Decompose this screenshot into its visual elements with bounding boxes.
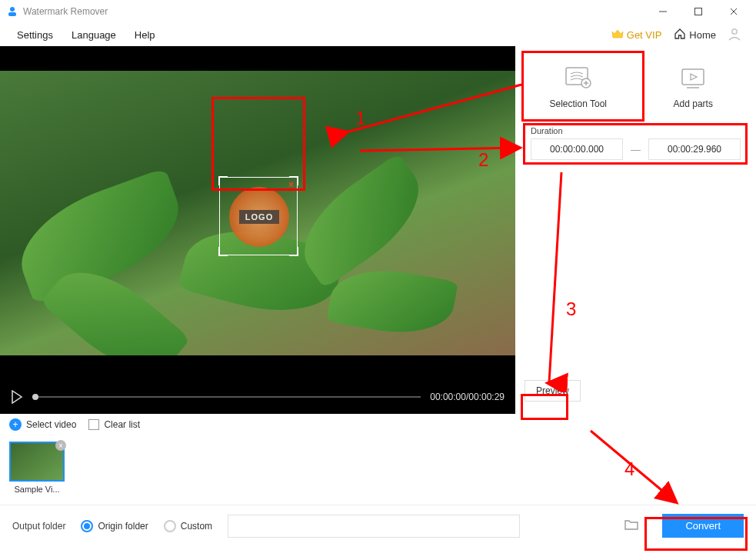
video-top-bar	[0, 46, 515, 71]
home-icon	[674, 28, 686, 42]
svg-rect-3	[695, 8, 702, 15]
profile-button[interactable]	[727, 26, 742, 44]
clear-icon	[88, 419, 99, 430]
crown-icon	[611, 28, 624, 42]
custom-path-input[interactable]	[228, 515, 520, 538]
svg-rect-1	[8, 12, 16, 16]
selection-tool-icon	[561, 65, 595, 91]
clip-item[interactable]: × Sample Vi...	[9, 442, 65, 502]
video-bottom-bar	[0, 355, 515, 380]
watermark-selection[interactable]: × LOGO	[219, 177, 298, 255]
origin-folder-radio[interactable]: Origin folder	[81, 520, 148, 532]
home-label: Home	[689, 29, 716, 41]
plus-icon: +	[9, 418, 22, 431]
timecode: 00:00:00/00:00:29	[430, 392, 505, 402]
window-title: Watermark Remover	[23, 6, 108, 17]
clear-list-button[interactable]: Clear list	[88, 419, 140, 430]
duration-end-input[interactable]: 00:00:29.960	[648, 138, 741, 160]
radio-unchecked-icon	[164, 520, 176, 532]
select-video-label: Select video	[26, 419, 76, 430]
player-controls: 00:00:00/00:00:29	[0, 380, 515, 414]
selection-tool-button[interactable]: Selection Tool	[525, 54, 632, 117]
output-bar: Output folder Origin folder Custom Conve…	[0, 505, 756, 546]
folder-icon	[624, 518, 639, 532]
output-folder-label: Output folder	[12, 521, 65, 532]
svg-point-6	[732, 28, 737, 33]
duration-label: Duration	[531, 126, 741, 135]
convert-button[interactable]: Convert	[662, 514, 744, 538]
clip-thumbnail[interactable]: ×	[9, 442, 65, 482]
play-button[interactable]	[11, 390, 23, 404]
clip-strip: × Sample Vi...	[0, 435, 756, 505]
duration-start-input[interactable]: 00:00:00.000	[531, 138, 623, 160]
get-vip-label: Get VIP	[627, 29, 662, 41]
radio-checked-icon	[81, 520, 93, 532]
menu-settings[interactable]: Settings	[8, 26, 62, 44]
custom-folder-label: Custom	[181, 521, 212, 532]
watermark-logo: LOGO	[229, 187, 289, 247]
maximize-button[interactable]	[681, 0, 716, 23]
add-parts-button[interactable]: Add parts	[640, 54, 748, 117]
selection-tool-label: Selection Tool	[550, 98, 608, 109]
minimize-button[interactable]	[645, 0, 681, 23]
video-preview[interactable]: × LOGO	[0, 71, 515, 355]
browse-folder-button[interactable]	[624, 518, 639, 534]
clip-remove-icon[interactable]: ×	[55, 440, 66, 451]
side-panel: Selection Tool Add parts Duration 00:00:…	[515, 46, 756, 414]
video-area: × LOGO 00:00:00/00:00:29	[0, 46, 515, 414]
preview-button[interactable]: Preview	[525, 380, 581, 402]
close-button[interactable]	[716, 0, 751, 23]
add-parts-label: Add parts	[674, 98, 713, 109]
duration-panel: Duration 00:00:00.000 — 00:00:29.960	[525, 122, 747, 168]
duration-separator: —	[631, 144, 641, 155]
origin-folder-label: Origin folder	[98, 521, 148, 532]
add-parts-icon	[676, 65, 710, 91]
menu-language[interactable]: Language	[62, 26, 125, 44]
user-icon	[727, 26, 742, 42]
menu-help[interactable]: Help	[125, 26, 165, 44]
app-icon	[6, 5, 18, 18]
menu-bar: Settings Language Help Get VIP Home	[0, 23, 756, 46]
svg-point-0	[10, 7, 15, 12]
timeline-slider[interactable]	[32, 396, 421, 398]
custom-folder-radio[interactable]: Custom	[164, 520, 212, 532]
clear-list-label: Clear list	[104, 419, 140, 430]
home-button[interactable]: Home	[674, 28, 716, 42]
title-bar: Watermark Remover	[0, 0, 756, 23]
get-vip-button[interactable]: Get VIP	[611, 28, 662, 42]
main-area: × LOGO 00:00:00/00:00:29 Selection Tool	[0, 46, 756, 414]
select-video-button[interactable]: + Select video	[9, 418, 76, 431]
watermark-text: LOGO	[239, 210, 279, 224]
selection-close-icon[interactable]: ×	[288, 179, 294, 190]
clips-toolbar: + Select video Clear list	[0, 414, 756, 435]
svg-rect-11	[682, 69, 704, 85]
clip-name: Sample Vi...	[9, 485, 65, 494]
